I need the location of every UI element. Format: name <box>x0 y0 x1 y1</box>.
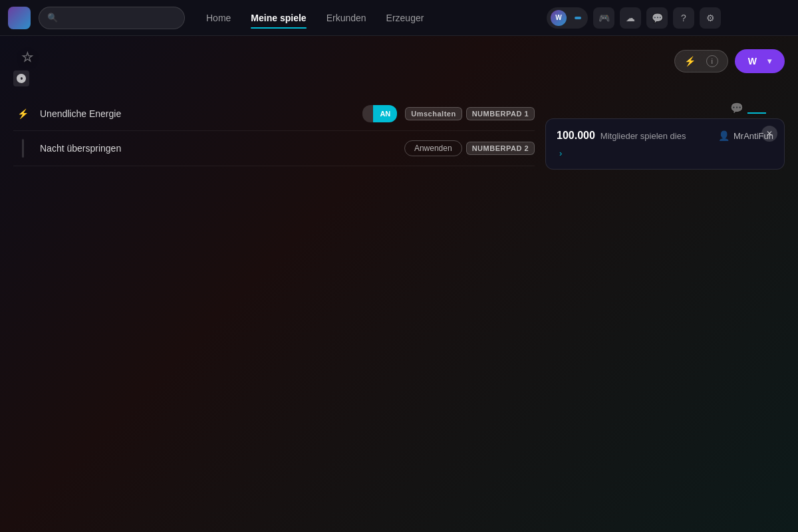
discord-button[interactable]: 💬 <box>646 7 668 29</box>
cheat-toggle[interactable]: AN <box>362 105 397 122</box>
search-input[interactable] <box>63 13 176 23</box>
cloud-button[interactable]: ☁ <box>620 7 641 29</box>
pro-badge <box>575 17 581 19</box>
nav-item-home[interactable]: Home <box>198 9 239 27</box>
game-title-area: ☆ <box>13 49 35 86</box>
main-content: ⚡ Unendliche Energie AN Umschalten NUMBE… <box>0 97 798 170</box>
maximize-button[interactable] <box>750 9 769 27</box>
info-tabs: 💬 <box>545 97 785 118</box>
nav-item-creator[interactable]: Erzeuger <box>378 9 432 27</box>
play-dropdown-arrow-icon: ▾ <box>767 57 771 66</box>
tab-history[interactable] <box>766 102 785 114</box>
lightning-icon: ⚡ <box>684 56 696 66</box>
info-icon[interactable]: i <box>706 55 718 67</box>
nav-item-explore[interactable]: Erkunden <box>319 9 374 27</box>
titlebar: 🔍 HomeMeine spieleErkundenErzeuger W 🎮 ☁… <box>0 0 798 36</box>
info-panel: 💬 ✕ 100.000 Mitglieder spielen dies 👤 Mr… <box>545 97 785 170</box>
help-button[interactable]: ? <box>673 7 694 29</box>
play-wm-icon: W <box>748 56 757 66</box>
key-badge[interactable]: NUMBERPAD 1 <box>466 107 535 120</box>
cheat-lightning-icon: ⚡ <box>13 108 32 119</box>
avatar: W <box>551 10 567 26</box>
key-badge[interactable]: NUMBERPAD 2 <box>466 142 535 155</box>
info-card-close-button[interactable]: ✕ <box>761 126 777 142</box>
cheats-panel: ⚡ Unendliche Energie AN Umschalten NUMBE… <box>13 97 535 170</box>
game-header: ☆ ⚡ i W ▾ <box>0 47 798 97</box>
user-badge[interactable]: W <box>547 7 588 29</box>
breadcrumb <box>0 36 798 47</box>
members-label: Mitglieder spielen dies <box>600 131 686 141</box>
game-title-row: ☆ <box>13 49 35 65</box>
tab-info[interactable] <box>747 102 766 114</box>
controller-button[interactable]: 🎮 <box>593 7 614 29</box>
desktop-link-arrow-icon: › <box>559 148 562 158</box>
platform-row <box>13 70 35 86</box>
cheat-row: Nacht überspringen Anwenden NUMBERPAD 2 <box>13 131 535 166</box>
cheat-actions: Anwenden NUMBERPAD 2 <box>404 140 535 156</box>
platform-icon <box>13 70 29 86</box>
window-controls <box>729 9 790 27</box>
action-label[interactable]: Umschalten <box>405 107 462 120</box>
author-person-icon: 👤 <box>718 130 730 141</box>
cheats-list: ⚡ Unendliche Energie AN Umschalten NUMBE… <box>13 97 535 166</box>
info-card: ✕ 100.000 Mitglieder spielen dies 👤 MrAn… <box>545 118 785 170</box>
minimize-button[interactable] <box>729 9 747 27</box>
desktop-link[interactable]: › <box>557 148 773 158</box>
app-logo[interactable] <box>8 7 31 29</box>
members-row: 100.000 Mitglieder spielen dies 👤 MrAnti… <box>557 130 773 142</box>
play-button[interactable]: W ▾ <box>735 49 785 73</box>
cheat-name: Unendliche Energie <box>40 108 354 119</box>
cheat-bar-icon <box>13 139 32 158</box>
search-container[interactable]: 🔍 <box>39 7 185 29</box>
titlebar-right: W 🎮 ☁ 💬 ? ⚙ <box>547 7 790 29</box>
cheat-actions: Umschalten NUMBERPAD 1 <box>405 107 535 120</box>
apply-button[interactable]: Anwenden <box>404 140 462 156</box>
toggle-on-state: AN <box>373 105 397 122</box>
search-icon: 🔍 <box>47 13 58 23</box>
cheats-save-button[interactable]: ⚡ i <box>674 50 728 72</box>
close-button[interactable] <box>771 9 790 27</box>
cheat-row: ⚡ Unendliche Energie AN Umschalten NUMBE… <box>13 97 535 131</box>
members-count: 100.000 <box>557 130 595 142</box>
toggle-off-state <box>362 105 373 122</box>
cheat-name: Nacht überspringen <box>40 143 396 154</box>
game-header-right: ⚡ i W ▾ <box>674 49 785 73</box>
nav-item-my-games[interactable]: Meine spiele <box>243 9 314 27</box>
main-nav: HomeMeine spieleErkundenErzeuger <box>198 9 432 27</box>
settings-button[interactable]: ⚙ <box>700 7 721 29</box>
favorite-star-icon[interactable]: ☆ <box>21 49 33 65</box>
chat-tab[interactable]: 💬 <box>726 97 747 118</box>
